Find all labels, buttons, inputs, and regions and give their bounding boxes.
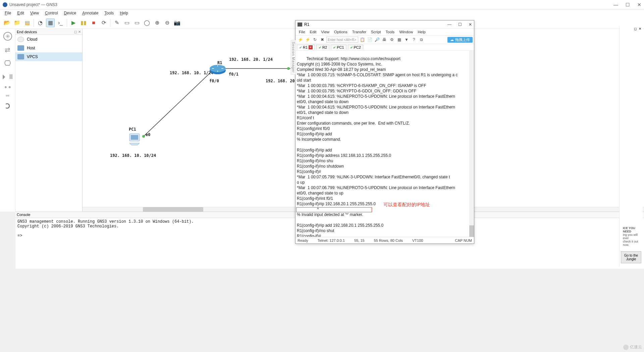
term-paste-icon[interactable]: 📄 bbox=[366, 36, 373, 43]
term-filter-icon[interactable]: ▼ bbox=[403, 36, 410, 43]
check-icon: ✔ bbox=[333, 46, 336, 49]
stop-all-icon[interactable]: ■ bbox=[89, 18, 98, 27]
menu-tools[interactable]: Tools bbox=[102, 10, 116, 16]
device-item-vpcs[interactable]: VPCS bbox=[15, 52, 82, 61]
grid-toggle-icon[interactable]: ▦ bbox=[46, 18, 55, 27]
menu-control[interactable]: Control bbox=[42, 10, 61, 16]
terminal-menubar: File Edit View Options Transfer Script T… bbox=[296, 29, 474, 35]
terminal-maximize-button[interactable]: ☐ bbox=[458, 22, 462, 27]
svg-point-6 bbox=[287, 67, 290, 70]
right-panel-float-icon[interactable]: ◻ bbox=[634, 27, 637, 31]
panel-close-icon[interactable]: ✕ bbox=[78, 30, 81, 34]
device-item-host[interactable]: Host bbox=[15, 44, 82, 52]
end-devices-panel: End devices ◻✕ Cloud Host VPCS bbox=[15, 29, 83, 212]
device-item-cloud[interactable]: Cloud bbox=[15, 35, 82, 44]
term-help-icon[interactable]: ? bbox=[411, 36, 417, 43]
term-menu-edit[interactable]: Edit bbox=[308, 30, 319, 34]
window-minimize-button[interactable]: — bbox=[613, 2, 618, 7]
term-connect-icon[interactable]: ⚡ bbox=[297, 36, 304, 43]
pc1-label: PC1 bbox=[129, 127, 136, 132]
draw-rect-icon[interactable]: ▭ bbox=[132, 18, 141, 27]
terminal-titlebar[interactable]: R1 — ☐ ✕ bbox=[296, 20, 474, 29]
zoom-out-icon[interactable]: ⊖ bbox=[163, 18, 171, 27]
vpcs-icon bbox=[17, 54, 24, 59]
term-cross-icon[interactable]: ✖ bbox=[319, 36, 326, 43]
security-category-icon[interactable]: ⏵⏸ bbox=[2, 71, 14, 83]
right-info-text: ICE YOU NEED ing you will ever check it … bbox=[622, 225, 641, 248]
open-project-icon[interactable]: 📂 bbox=[3, 18, 11, 27]
devices-small-icon[interactable]: ▫▫ bbox=[2, 92, 14, 99]
screenshot-icon[interactable]: 📷 bbox=[173, 18, 181, 27]
terminal-close-button[interactable]: ✕ bbox=[469, 22, 472, 27]
term-menu-view[interactable]: View bbox=[319, 30, 331, 34]
terminal-minimize-button[interactable]: — bbox=[447, 22, 451, 27]
session-manager-tab[interactable]: Session Manager bbox=[291, 40, 296, 75]
menu-help[interactable]: Help bbox=[117, 10, 131, 16]
term-menu-script[interactable]: Script bbox=[369, 30, 383, 34]
host-icon bbox=[17, 45, 24, 51]
term-upload-button[interactable]: ☁拖拽上传 bbox=[447, 37, 473, 43]
zoom-in-icon[interactable]: ⊕ bbox=[153, 18, 161, 27]
device-item-label: Cloud bbox=[27, 37, 37, 42]
term-menu-help[interactable]: Help bbox=[416, 30, 428, 34]
menu-device[interactable]: Device bbox=[61, 10, 79, 16]
add-note-icon[interactable]: ✎ bbox=[112, 18, 121, 27]
routers-category-icon[interactable] bbox=[2, 30, 14, 42]
term-host-input[interactable]: Enter host <Alt+R> bbox=[326, 37, 358, 43]
pc1-node[interactable] bbox=[127, 132, 142, 146]
draw-ellipse-icon[interactable]: ◯ bbox=[143, 18, 151, 27]
terminal-vertical-scrollbar[interactable] bbox=[469, 51, 474, 237]
snapshot-icon[interactable]: ◔ bbox=[36, 18, 45, 27]
term-find-icon[interactable]: 🔎 bbox=[374, 36, 380, 43]
terminal-tab-pc1[interactable]: ✔PC1 bbox=[331, 45, 346, 50]
menu-view[interactable]: View bbox=[28, 10, 42, 16]
term-settings-icon[interactable]: ⚙ bbox=[388, 36, 395, 43]
interface-f00-label: f0/0 bbox=[209, 79, 219, 83]
status-connection: Telnet: 127.0.0.1 bbox=[318, 238, 345, 243]
device-item-label: VPCS bbox=[27, 54, 38, 59]
menu-annotate[interactable]: Annotate bbox=[79, 10, 101, 16]
window-close-button[interactable]: ✕ bbox=[637, 2, 641, 7]
term-menu-options[interactable]: Options bbox=[332, 30, 350, 34]
term-menu-tools[interactable]: Tools bbox=[384, 30, 397, 34]
add-link-icon[interactable]: Ɔ bbox=[2, 100, 14, 112]
term-copy-icon[interactable]: 📋 bbox=[359, 36, 366, 43]
menu-edit[interactable]: Edit bbox=[14, 10, 27, 16]
term-reconnect-icon[interactable]: ↻ bbox=[312, 36, 318, 43]
end-devices-category-icon[interactable]: 🖵 bbox=[2, 57, 14, 69]
term-menu-window[interactable]: Window bbox=[397, 30, 415, 34]
term-menu-transfer[interactable]: Transfer bbox=[350, 30, 368, 34]
terminal-tab-r1[interactable]: ✔R1✕ bbox=[297, 45, 315, 50]
gns3-logo-icon bbox=[3, 2, 7, 7]
subnet-right-label: 192. 168. 20. 1/24 bbox=[229, 57, 273, 62]
svg-rect-10 bbox=[131, 135, 138, 140]
term-toggle-icon[interactable]: ⧉ bbox=[418, 36, 425, 43]
right-panel-close-icon[interactable]: ✕ bbox=[639, 27, 641, 31]
reload-all-icon[interactable]: ⟳ bbox=[99, 18, 108, 27]
open-recent-icon[interactable]: 📁 bbox=[13, 18, 21, 27]
term-print-icon[interactable]: 🖶 bbox=[381, 36, 388, 43]
window-maximize-button[interactable]: ☐ bbox=[626, 2, 630, 7]
menu-file[interactable]: File bbox=[2, 10, 14, 16]
pc1-ip-label: 192. 168. 10. 10/24 bbox=[110, 153, 156, 158]
highlight-box bbox=[296, 207, 372, 212]
start-all-icon[interactable]: ▶ bbox=[69, 18, 78, 27]
switches-category-icon[interactable]: ⇄ bbox=[2, 44, 14, 56]
router-r1-node[interactable] bbox=[209, 64, 226, 75]
term-windows-icon[interactable]: ▦ bbox=[396, 36, 402, 43]
tab-close-icon[interactable]: ✕ bbox=[309, 45, 313, 49]
terminal-output[interactable]: Technical Support: http://www.cisco.com/… bbox=[296, 51, 474, 237]
term-menu-file[interactable]: File bbox=[297, 30, 307, 34]
panel-float-icon[interactable]: ◻ bbox=[74, 30, 77, 34]
go-to-jungle-button[interactable]: Go to the Jungle bbox=[621, 251, 641, 263]
pause-all-icon[interactable]: ▮▮ bbox=[79, 18, 88, 27]
term-disconnect-icon[interactable]: ⚡ bbox=[304, 36, 311, 43]
terminal-tab-r2[interactable]: ✔R2 bbox=[316, 45, 329, 50]
draw-image-icon[interactable]: ▭ bbox=[122, 18, 131, 27]
terminal-tab-pc2[interactable]: ✔PC2 bbox=[348, 45, 363, 50]
all-devices-icon[interactable]: ⚬⚬ bbox=[2, 84, 14, 91]
console-all-icon[interactable]: ›_ bbox=[56, 18, 65, 27]
new-blank-icon[interactable]: ▤ bbox=[23, 18, 32, 27]
device-item-label: Host bbox=[27, 46, 35, 50]
terminal-window-r1[interactable]: Session Manager R1 — ☐ ✕ File Edit View … bbox=[295, 20, 474, 244]
